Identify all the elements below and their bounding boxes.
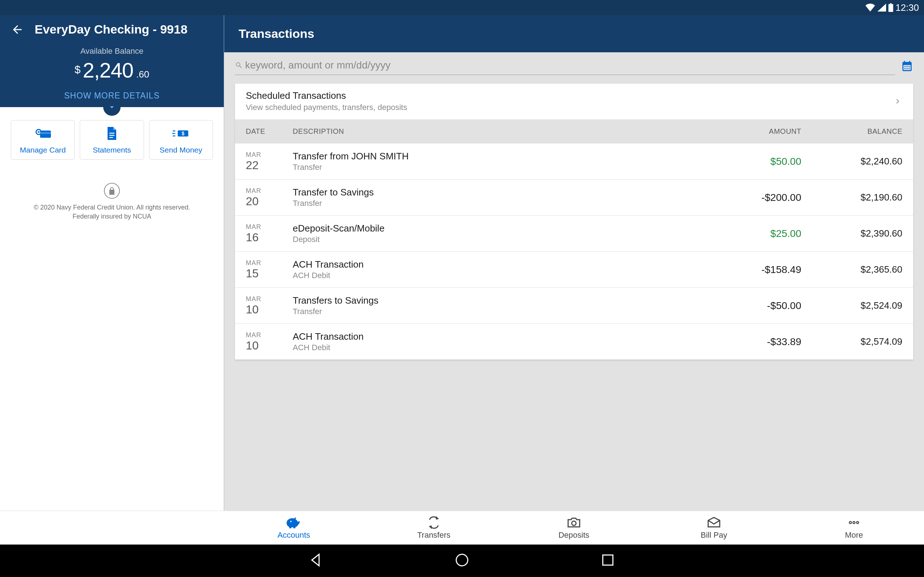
transaction-row[interactable]: MAR22Transfer from JOHN SMITHTransfer$50… <box>235 143 913 180</box>
balance-currency: $ <box>75 63 81 76</box>
status-icons: 12:30 <box>865 2 919 13</box>
tx-description: ACH TransactionACH Debit <box>293 259 708 280</box>
tx-description: eDeposit-Scan/MobileDeposit <box>293 223 708 244</box>
tx-day: 10 <box>246 303 293 316</box>
scheduled-title: Scheduled Transactions <box>246 90 407 102</box>
piggybank-icon <box>287 516 301 529</box>
transaction-row[interactable]: MAR10Transfers to SavingsTransfer-$50.00… <box>235 288 913 324</box>
col-description: DESCRIPTION <box>293 127 708 135</box>
col-balance: BALANCE <box>801 127 902 135</box>
tx-title: Transfers to Savings <box>293 295 708 306</box>
nav-billpay[interactable]: Bill Pay <box>644 511 784 545</box>
scheduled-subtitle: View scheduled payments, transfers, depo… <box>246 103 407 112</box>
footer-line1: © 2020 Navy Federal Credit Union. All ri… <box>7 203 216 212</box>
svg-point-9 <box>849 521 851 524</box>
tx-subtitle: Deposit <box>293 235 708 244</box>
android-back-button[interactable] <box>308 552 324 569</box>
more-icon <box>847 516 861 529</box>
expand-chevron-icon[interactable] <box>103 98 121 116</box>
manage-card-button[interactable]: Manage Card <box>11 120 75 160</box>
nav-label: More <box>845 530 863 540</box>
tx-month: MAR <box>246 295 293 303</box>
tx-day: 20 <box>246 195 293 208</box>
envelope-icon <box>707 516 721 529</box>
tx-date: MAR20 <box>246 187 293 208</box>
back-button[interactable] <box>11 23 24 36</box>
show-more-details[interactable]: SHOW MORE DETAILS <box>11 91 213 107</box>
account-sidebar: EveryDay Checking - 9918 Available Balan… <box>0 15 224 511</box>
search-wrap <box>235 58 895 75</box>
transaction-row[interactable]: MAR20Transfer to SavingsTransfer-$200.00… <box>235 180 913 216</box>
wifi-icon <box>865 3 875 11</box>
balance-label: Available Balance <box>11 47 213 56</box>
calendar-icon[interactable] <box>901 60 913 74</box>
balance-cents: .60 <box>136 69 149 80</box>
tx-month: MAR <box>246 151 293 159</box>
tx-balance: $2,390.60 <box>801 228 902 239</box>
account-title: EveryDay Checking - 9918 <box>35 23 187 36</box>
tx-day: 15 <box>246 267 293 280</box>
transaction-row[interactable]: MAR10ACH TransactionACH Debit-$33.89$2,5… <box>235 324 913 359</box>
nav-label: Bill Pay <box>701 530 727 540</box>
lock-icon <box>104 183 120 199</box>
nav-label: Accounts <box>278 530 310 540</box>
action-label: Send Money <box>151 146 211 154</box>
camera-icon <box>567 516 581 529</box>
tx-title: Transfer to Savings <box>293 187 708 198</box>
tx-subtitle: Transfer <box>293 199 708 208</box>
nav-transfers[interactable]: Transfers <box>364 511 504 545</box>
tx-date: MAR16 <box>246 223 293 244</box>
tx-balance: $2,524.09 <box>801 300 902 311</box>
svg-rect-3 <box>109 133 115 134</box>
android-home-button[interactable] <box>454 552 470 569</box>
transaction-row[interactable]: MAR16eDeposit-Scan/MobileDeposit$25.00$2… <box>235 216 913 252</box>
send-money-button[interactable]: $ Send Money <box>149 120 213 160</box>
svg-rect-2 <box>40 132 51 134</box>
footer-line2: Federally insured by NCUA <box>7 212 216 221</box>
tx-subtitle: ACH Debit <box>293 271 708 280</box>
tx-day: 22 <box>246 159 293 172</box>
nav-more[interactable]: More <box>784 511 924 545</box>
nav-deposits[interactable]: Deposits <box>504 511 644 545</box>
transaction-row[interactable]: MAR15ACH TransactionACH Debit-$158.49$2,… <box>235 252 913 288</box>
transaction-list: MAR22Transfer from JOHN SMITHTransfer$50… <box>235 143 913 359</box>
main-panel: Transactions Scheduled Transactions <box>224 15 924 511</box>
sidebar-footer: © 2020 Navy Federal Credit Union. All ri… <box>0 168 224 228</box>
tx-amount: -$33.89 <box>708 336 801 348</box>
svg-point-10 <box>853 521 855 524</box>
tx-date: MAR10 <box>246 331 293 352</box>
col-amount: AMOUNT <box>708 127 801 135</box>
tx-title: ACH Transaction <box>293 331 708 342</box>
transfers-icon <box>426 516 441 529</box>
tx-balance: $2,574.09 <box>801 336 902 347</box>
action-label: Manage Card <box>13 146 73 154</box>
tx-balance: $2,190.60 <box>801 192 902 203</box>
android-recents-button[interactable] <box>600 552 616 569</box>
card-icon <box>34 126 52 141</box>
nav-accounts[interactable]: Accounts <box>224 511 364 545</box>
action-label: Statements <box>82 146 142 154</box>
svg-rect-13 <box>603 555 613 565</box>
android-status-bar: 12:30 <box>0 0 924 15</box>
tx-description: Transfers to SavingsTransfer <box>293 295 708 316</box>
tx-description: Transfer from JOHN SMITHTransfer <box>293 151 708 172</box>
tx-month: MAR <box>246 187 293 195</box>
tx-amount: $50.00 <box>708 156 801 167</box>
statements-button[interactable]: Statements <box>80 120 144 160</box>
tx-month: MAR <box>246 259 293 267</box>
col-date: DATE <box>246 127 293 135</box>
svg-point-11 <box>856 521 859 524</box>
tx-title: Transfer from JOHN SMITH <box>293 151 708 162</box>
tx-date: MAR10 <box>246 295 293 316</box>
scheduled-transactions-row[interactable]: Scheduled Transactions View scheduled pa… <box>235 84 913 119</box>
tx-month: MAR <box>246 331 293 339</box>
search-input[interactable] <box>243 58 895 73</box>
tx-amount: -$158.49 <box>708 264 801 276</box>
cell-signal-icon <box>877 3 886 11</box>
search-icon <box>235 61 243 69</box>
svg-point-8 <box>572 521 576 525</box>
status-time: 12:30 <box>895 2 919 13</box>
tx-balance: $2,240.60 <box>801 156 902 167</box>
svg-text:$: $ <box>182 131 185 136</box>
tx-month: MAR <box>246 223 293 231</box>
